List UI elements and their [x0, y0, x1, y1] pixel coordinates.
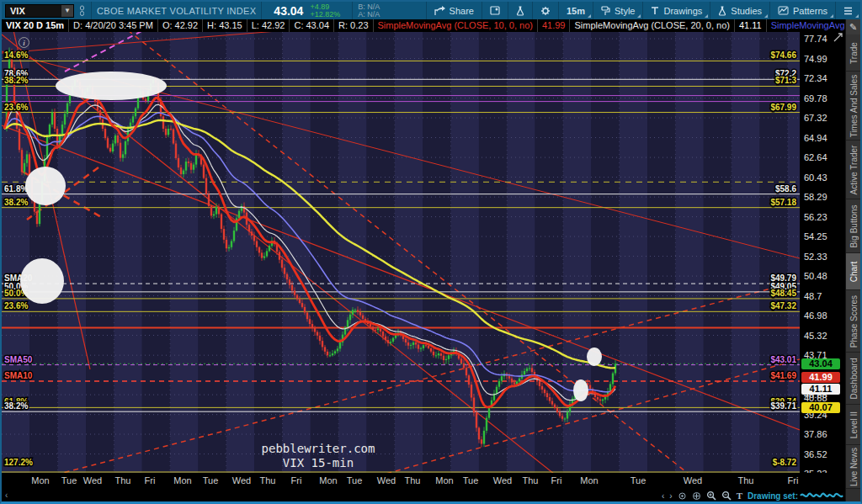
time-tick: Tue — [463, 475, 479, 485]
chevron-down-icon[interactable]: ▼ — [61, 5, 73, 17]
bid-ask: B: N/AA: N/A — [358, 3, 380, 19]
price-tick: 62.64 — [804, 152, 827, 162]
pan-tool-icon[interactable] — [692, 491, 701, 501]
note-flag-icon — [490, 6, 500, 16]
price-tick: 69.78 — [804, 93, 827, 103]
patterns-button[interactable]: Patterns — [769, 2, 835, 19]
svg-text:$74.66: $74.66 — [770, 50, 796, 60]
price-tick: 54.25 — [804, 231, 827, 241]
svg-text:$58.6: $58.6 — [775, 184, 796, 194]
price-axis[interactable]: 77.7474.9972.3469.7867.3264.9462.6460.43… — [800, 32, 845, 473]
price-tick: 77.74 — [804, 34, 827, 44]
sidebar-tab-active-trader[interactable]: Active Trader — [846, 141, 860, 199]
data-line-field: D: 4/20/20 3:45 PM — [69, 19, 158, 32]
text-tool-icon — [651, 6, 659, 15]
svg-text:SMA50: SMA50 — [4, 355, 33, 364]
price-tick: 36.52 — [804, 449, 827, 459]
style-icon — [601, 6, 610, 16]
data-line-field: 41.99 — [538, 19, 571, 32]
redacted-scribble — [800, 491, 843, 501]
crosshair-icon[interactable] — [678, 491, 687, 501]
data-line-field: R: 0.23 — [334, 19, 373, 32]
time-tick: Thu — [405, 475, 421, 485]
chart-watermark: pebblewriter.com VIX 15-min — [251, 442, 386, 470]
svg-text:$43.01: $43.01 — [770, 355, 796, 364]
price-tick: 52.33 — [804, 252, 827, 262]
quick-study-button[interactable] — [508, 2, 532, 19]
time-tick: Tue — [631, 475, 646, 485]
data-line-field: 41.11 — [735, 19, 767, 32]
divider — [261, 2, 262, 19]
thinkorswim-window: VIX ▼ CBOE MARKET VOLATILITY INDEX 43.04… — [0, 0, 862, 504]
axis-tool-icon[interactable] — [833, 33, 843, 44]
sidebar-tab-phase-scores[interactable]: Phase Scores — [846, 290, 860, 353]
divider — [91, 2, 92, 19]
time-tick: Thu — [738, 475, 754, 485]
data-line-field: VIX 20 D 15m — [2, 19, 69, 32]
more-menu-button[interactable] — [835, 2, 860, 19]
time-tick: Wed — [83, 475, 102, 485]
zoom-in-icon[interactable] — [706, 491, 716, 501]
price-tick: 46.98 — [804, 310, 827, 321]
svg-text:$-8.72: $-8.72 — [773, 458, 797, 467]
settings-button[interactable] — [532, 2, 558, 19]
svg-text:$47.32: $47.32 — [770, 301, 796, 310]
svg-text:23.6%: 23.6% — [4, 103, 28, 112]
text-note-icon[interactable]: T — [737, 491, 742, 501]
sidebar-tab-times-and-sales[interactable]: Times And Sales — [846, 72, 860, 141]
data-line-field: SimpleMovingAvg (CLOSE, 20, 0, no) — [570, 19, 734, 32]
svg-text:38.2%: 38.2% — [4, 76, 28, 85]
time-tick: Thu — [260, 475, 276, 485]
data-line-field: L: 42.92 — [247, 19, 290, 32]
sidebar-tab-level-ii[interactable]: Level II — [846, 405, 860, 445]
time-axis[interactable]: MonTueWedThuFriMonTueWedThuFriMonTueWedT… — [2, 473, 845, 490]
info-icon[interactable]: i — [19, 37, 29, 48]
pan-right-icon[interactable]: › — [669, 491, 672, 501]
drawing-set-control[interactable]: Drawing set: — [748, 491, 843, 501]
time-tick: Thu — [115, 475, 131, 485]
svg-text:SMA10: SMA10 — [4, 371, 33, 380]
studies-flask-icon — [718, 6, 726, 16]
sidebar-tab-dashboard[interactable]: Dashboard — [846, 353, 860, 405]
svg-text:23.6%: 23.6% — [4, 301, 28, 310]
studies-button[interactable]: Studies — [710, 2, 769, 19]
time-tick: Fri — [788, 475, 799, 485]
sidebar-tab-chart[interactable]: Chart — [846, 253, 860, 290]
price-tick: 58.29 — [804, 192, 827, 202]
symbol-dropdown[interactable]: VIX ▼ — [5, 4, 74, 18]
chart-footer-bar: ‹ ‹ › T — [2, 490, 845, 501]
style-button[interactable]: Style — [593, 2, 642, 19]
time-tick: Mon — [173, 475, 191, 485]
price-badge: 40.07 — [801, 402, 840, 413]
notes-button[interactable] — [482, 2, 508, 19]
time-tick: Thu — [523, 475, 539, 485]
time-tick: Tue — [203, 475, 219, 485]
data-line-field: SimpleMovingAvg (CLOSE, 50, 0, no) — [767, 19, 845, 32]
sidebar-tab-live-news[interactable]: Live News — [846, 445, 860, 489]
price-tick: 37.86 — [804, 429, 827, 439]
sidebar-tab-trade[interactable]: Trade — [846, 34, 860, 72]
share-button[interactable]: Share — [426, 2, 482, 19]
drawings-button[interactable]: Drawings — [642, 2, 710, 19]
data-line-field: C: 43.04 — [290, 19, 334, 32]
scroll-left-icon[interactable]: ‹ — [5, 490, 8, 501]
price-tick: 64.94 — [804, 133, 827, 143]
price-change: +4.89+12.82% — [310, 3, 347, 19]
time-tick: Mon — [580, 475, 598, 485]
price-chart-svg[interactable]: 14.6%$74.6678.6%$72.238.2%$71.323.6%$67.… — [2, 32, 800, 473]
symbol-value: VIX — [6, 6, 61, 16]
time-tick: Mon — [435, 475, 453, 485]
svg-text:127.2%: 127.2% — [4, 458, 33, 467]
pan-left-icon[interactable]: ‹ — [662, 491, 664, 501]
gear-icon — [540, 6, 551, 16]
interval-button[interactable]: 15m — [558, 2, 593, 19]
data-line-field: O: 42.92 — [158, 19, 203, 32]
svg-text:$39.71: $39.71 — [770, 401, 796, 411]
symbol-link-icon[interactable] — [78, 5, 86, 17]
svg-text:38.2%: 38.2% — [4, 198, 28, 207]
chart-plot-area[interactable]: i pebblewriter.com VIX 15-min 14.6%$74.6… — [2, 32, 800, 473]
share-icon — [434, 6, 445, 16]
zoom-out-icon[interactable] — [721, 491, 732, 501]
sidebar-tab-big-buttons[interactable]: Big Buttons — [846, 199, 860, 253]
sidebar-edit-icon[interactable]: ✎ — [846, 19, 860, 34]
